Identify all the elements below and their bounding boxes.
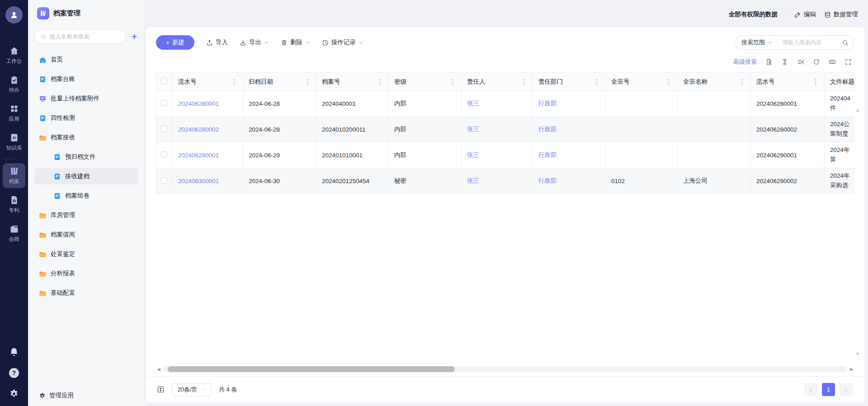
data-scope-label[interactable]: 全部有权限的数据	[729, 10, 778, 19]
sidebar-item-0[interactable]: 首页	[34, 52, 138, 68]
sidebar-item-7[interactable]: 档案组卷	[34, 188, 138, 204]
column-header-5[interactable]: 责任部门⋮	[533, 73, 606, 91]
rail-item-label: 档案	[9, 178, 19, 185]
column-menu-icon[interactable]: ⋮	[737, 78, 747, 86]
sidebar-search-input[interactable]	[50, 33, 120, 40]
prev-page-button[interactable]: ‹	[804, 383, 817, 396]
refresh-icon[interactable]	[813, 58, 820, 66]
cell-4[interactable]: 张三	[462, 91, 533, 117]
operation-log-button[interactable]: 操作记录	[322, 38, 363, 47]
rail-item-todo[interactable]: 待办	[3, 72, 25, 97]
scroll-down-icon[interactable]: ▼	[855, 351, 860, 356]
column-header-0[interactable]: 流水号⋮	[173, 73, 243, 91]
manage-apps-button[interactable]: 管理应用	[34, 387, 138, 400]
rail-item-patent[interactable]: 专利	[3, 192, 25, 217]
sidebar-item-8[interactable]: 库房管理	[34, 207, 138, 223]
data-manage-button[interactable]: 数据管理	[824, 10, 858, 19]
column-header-6[interactable]: 全宗号⋮	[606, 73, 678, 91]
cell-0[interactable]: 202406290001	[173, 142, 243, 168]
scroll-left-icon[interactable]: ◀	[156, 367, 161, 372]
cell-5[interactable]: 行政部	[533, 91, 606, 117]
column-menu-icon[interactable]: ⋮	[592, 78, 602, 86]
cell-5[interactable]: 行政部	[533, 117, 606, 142]
row-checkbox[interactable]	[161, 177, 167, 184]
export-file-icon[interactable]	[765, 58, 773, 66]
sidebar-item-12[interactable]: 基础配置	[34, 285, 138, 301]
export-button[interactable]: 导出	[240, 38, 269, 47]
rail-item-workbench[interactable]: 工作台	[3, 43, 25, 68]
edit-button[interactable]: 编辑	[794, 10, 816, 19]
column-header-9[interactable]: 文件标题⋮	[825, 73, 855, 91]
sidebar-search[interactable]	[34, 29, 126, 43]
chevron-down-icon	[768, 40, 773, 45]
notifications-button[interactable]	[9, 347, 19, 357]
rail-item-knowledge[interactable]: AI知识库	[3, 130, 25, 155]
row-checkbox[interactable]	[161, 151, 167, 158]
scrollbar-thumb[interactable]	[168, 366, 455, 372]
cell-0[interactable]: 202406280001	[173, 91, 243, 117]
scroll-up-icon[interactable]: ▲	[855, 108, 860, 113]
sidebar-item-2[interactable]: 批量上传档案附件	[34, 90, 138, 107]
column-menu-icon[interactable]: ⋮	[664, 78, 674, 86]
column-settings-icon[interactable]	[797, 58, 804, 66]
sidebar-item-3[interactable]: 四性检测	[34, 110, 138, 126]
rail-item-contract[interactable]: 合同	[3, 221, 25, 246]
row-checkbox[interactable]	[161, 100, 167, 106]
fullscreen-icon[interactable]	[844, 58, 852, 66]
cell-4[interactable]: 张三	[462, 142, 533, 168]
sidebar-item-6[interactable]: 接收建档	[34, 168, 138, 184]
column-menu-icon[interactable]: ⋮	[230, 78, 239, 86]
advanced-search-link[interactable]: 高级搜索	[733, 58, 757, 66]
help-button[interactable]: ?	[9, 368, 19, 378]
cell-7	[678, 117, 751, 142]
delete-button[interactable]: 删除	[281, 38, 310, 47]
rail-item-apps[interactable]: 应用	[3, 101, 25, 126]
sidebar-item-1[interactable]: 档案台账	[34, 71, 138, 87]
select-all-checkbox[interactable]	[161, 78, 167, 84]
add-button[interactable]: +	[131, 32, 138, 41]
import-button[interactable]: 导入	[206, 38, 228, 47]
cell-5[interactable]: 行政部	[533, 168, 606, 194]
search-scope-dropdown[interactable]: 搜索范围	[741, 38, 773, 47]
rail-item-archive[interactable]: 档案	[3, 163, 25, 188]
search-icon[interactable]	[842, 39, 849, 46]
page-size-select[interactable]: 20条/页	[172, 383, 212, 397]
sidebar-item-5[interactable]: 预归档文件	[34, 149, 138, 165]
sidebar-item-9[interactable]: 档案借阅	[34, 227, 138, 243]
cell-5[interactable]: 行政部	[533, 142, 606, 168]
column-menu-icon[interactable]: ⋮	[519, 78, 529, 86]
column-menu-icon[interactable]: ⋮	[448, 78, 458, 86]
user-avatar[interactable]	[5, 6, 23, 24]
scroll-right-icon[interactable]: ▶	[849, 367, 854, 372]
row-height-icon[interactable]	[157, 386, 165, 393]
column-header-8[interactable]: 流水号⋮	[751, 73, 825, 91]
current-page-button[interactable]: 1	[822, 383, 835, 396]
column-menu-icon[interactable]: ⋮	[811, 78, 821, 86]
gear-icon	[39, 392, 46, 399]
column-menu-icon[interactable]: ⋮	[303, 78, 312, 86]
keyboard-icon[interactable]	[829, 58, 836, 66]
cell-2: 2024040001	[316, 91, 389, 117]
cell-6	[606, 117, 678, 142]
column-header-1[interactable]: 归档日期⋮	[243, 73, 316, 91]
sidebar-item-10[interactable]: 处置鉴定	[34, 246, 138, 262]
new-button[interactable]: + 新建	[156, 35, 194, 50]
vertical-scrollbar[interactable]: ▲ ▼	[854, 108, 861, 356]
sidebar-item-11[interactable]: 分析报表	[34, 265, 138, 282]
next-page-button[interactable]: ›	[840, 383, 853, 396]
column-header-4[interactable]: 责任人⋮	[462, 73, 533, 91]
scrollbar-track[interactable]	[163, 366, 847, 372]
column-menu-icon[interactable]: ⋮	[375, 78, 385, 86]
column-header-2[interactable]: 档案号⋮	[316, 73, 389, 91]
cell-4[interactable]: 张三	[462, 117, 533, 142]
settings-button[interactable]	[9, 389, 19, 399]
group-merge-icon[interactable]	[781, 58, 788, 66]
column-header-3[interactable]: 密级⋮	[389, 73, 462, 91]
cell-0[interactable]: 202406300001	[173, 168, 243, 194]
table-search-input[interactable]	[782, 39, 842, 46]
cell-4[interactable]: 张三	[462, 168, 533, 194]
sidebar-item-4[interactable]: 档案接收	[34, 129, 138, 146]
cell-0[interactable]: 202406280002	[173, 117, 243, 142]
row-checkbox[interactable]	[161, 126, 167, 132]
column-header-7[interactable]: 全宗名称⋮	[678, 73, 751, 91]
